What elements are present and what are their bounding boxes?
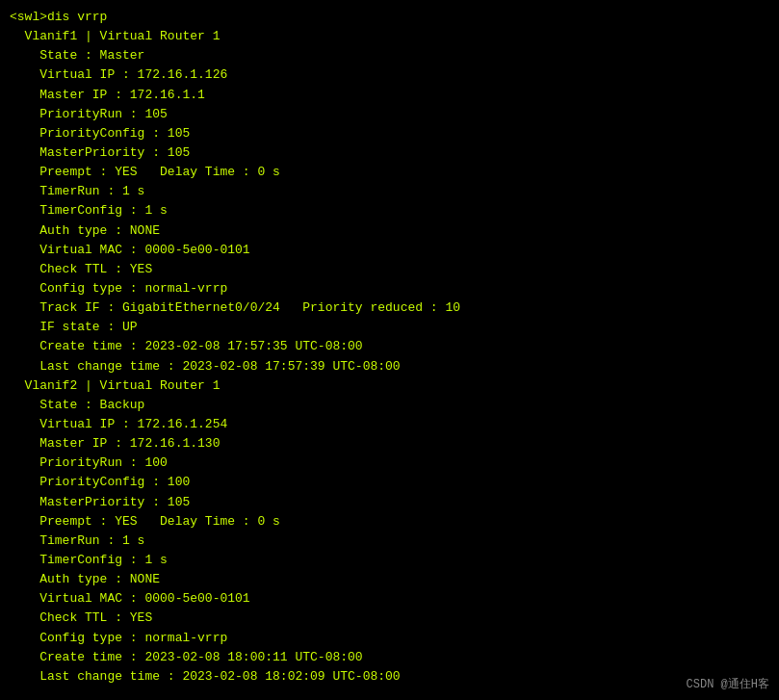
section-0-line-13: Track IF : GigabitEthernet0/0/24 Priorit… (10, 298, 769, 318)
section-0-line-12: Config type : normal-vrrp (10, 279, 769, 298)
command-prompt: <swl>dis vrrp (10, 8, 769, 27)
section-1-line-7: TimerRun : 1 s (10, 531, 769, 551)
terminal-output: <swl>dis vrrp Vlanif1 | Virtual Router 1… (10, 8, 769, 687)
section-1-line-12: Config type : normal-vrrp (10, 629, 769, 648)
section-1-line-1: Virtual IP : 172.16.1.254 (10, 415, 769, 434)
section-0-header: Vlanif1 | Virtual Router 1 (10, 27, 769, 46)
section-1-line-8: TimerConfig : 1 s (10, 551, 769, 570)
watermark: CSDN @通住H客 (687, 676, 769, 692)
section-1-line-10: Virtual MAC : 0000-5e00-0101 (10, 589, 769, 609)
section-1-line-13: Create time : 2023-02-08 18:00:11 UTC-08… (10, 648, 769, 667)
section-0-line-16: Last change time : 2023-02-08 17:57:39 U… (10, 357, 769, 376)
section-1-line-14: Last change time : 2023-02-08 18:02:09 U… (10, 667, 769, 687)
section-1-header: Vlanif2 | Virtual Router 1 (10, 376, 769, 396)
section-0-line-14: IF state : UP (10, 318, 769, 337)
section-1-line-6: Preempt : YES Delay Time : 0 s (10, 512, 769, 531)
section-0-line-4: PriorityConfig : 105 (10, 124, 769, 143)
section-0-line-11: Check TTL : YES (10, 260, 769, 279)
section-1-line-9: Auth type : NONE (10, 570, 769, 589)
section-0-line-0: State : Master (10, 46, 769, 65)
section-1-line-2: Master IP : 172.16.1.130 (10, 434, 769, 454)
section-0-line-5: MasterPriority : 105 (10, 143, 769, 163)
section-0-line-1: Virtual IP : 172.16.1.126 (10, 65, 769, 85)
section-0-line-15: Create time : 2023-02-08 17:57:35 UTC-08… (10, 337, 769, 356)
section-0-line-3: PriorityRun : 105 (10, 105, 769, 124)
vrrp-sections: Vlanif1 | Virtual Router 1 State : Maste… (10, 27, 769, 687)
section-0-line-2: Master IP : 172.16.1.1 (10, 86, 769, 105)
section-1-line-11: Check TTL : YES (10, 609, 769, 628)
section-1-line-5: MasterPriority : 105 (10, 493, 769, 512)
section-0-line-10: Virtual MAC : 0000-5e00-0101 (10, 241, 769, 260)
section-0-line-7: TimerRun : 1 s (10, 182, 769, 201)
section-1-line-4: PriorityConfig : 100 (10, 473, 769, 492)
section-1-line-0: State : Backup (10, 396, 769, 415)
section-1-line-3: PriorityRun : 100 (10, 454, 769, 473)
section-0-line-6: Preempt : YES Delay Time : 0 s (10, 163, 769, 182)
section-0-line-8: TimerConfig : 1 s (10, 201, 769, 220)
section-0-line-9: Auth type : NONE (10, 221, 769, 241)
